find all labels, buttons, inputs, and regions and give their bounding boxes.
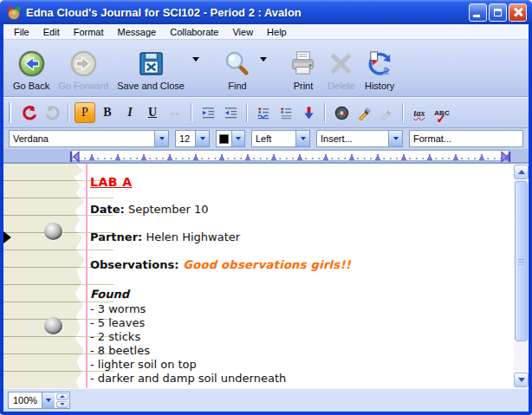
chevron-down-icon xyxy=(518,378,525,382)
zoom-increase-button[interactable] xyxy=(56,393,68,400)
scroll-down-button[interactable] xyxy=(514,373,529,387)
italic-button[interactable]: I xyxy=(120,102,140,123)
spell-as-you-type-button[interactable]: tax xyxy=(409,102,430,123)
close-button[interactable] xyxy=(509,3,527,22)
zoom-decrease-button[interactable] xyxy=(56,401,68,408)
menu-edit[interactable]: Edit xyxy=(36,26,67,38)
ruler xyxy=(71,150,509,161)
spell-check-icon: ABC ✓ xyxy=(434,109,449,117)
right-margin-marker[interactable] xyxy=(500,151,511,163)
color-wheel-icon xyxy=(334,106,349,120)
menu-help[interactable]: Help xyxy=(260,26,294,38)
save-dropdown-arrow-icon[interactable] xyxy=(192,57,199,62)
minimize-button[interactable] xyxy=(469,3,487,22)
find-button[interactable]: Find xyxy=(218,42,256,93)
font-size-select[interactable]: 12 xyxy=(175,130,210,147)
list-item: - lighter soil on top xyxy=(90,358,503,372)
delete-button[interactable]: Delete xyxy=(322,42,360,93)
eyedropper-disabled-button[interactable] xyxy=(376,102,397,123)
vertical-scrollbar[interactable] xyxy=(514,164,529,388)
save-and-close-button[interactable]: Save and Close xyxy=(113,42,189,93)
special-characters-button[interactable]: «» xyxy=(165,102,185,123)
separator xyxy=(191,103,192,122)
chevron-down-icon xyxy=(60,403,65,405)
chevron-down-icon[interactable] xyxy=(231,131,244,146)
menu-collaborate[interactable]: Collaborate xyxy=(163,26,225,38)
menu-bar: File Edit Format Message Collaborate Vie… xyxy=(3,24,529,40)
chevron-down-icon[interactable] xyxy=(295,131,309,146)
maximize-button[interactable] xyxy=(489,3,507,22)
zoom-dropdown-button[interactable] xyxy=(42,392,55,408)
delete-x-icon xyxy=(327,49,356,79)
decrease-indent-button[interactable] xyxy=(220,102,241,123)
title-bar[interactable]: Edna Cloud's Journal for SCI102 - Period… xyxy=(0,0,532,24)
scrollbar-thumb[interactable] xyxy=(515,181,528,341)
underline-button[interactable]: U xyxy=(142,102,163,123)
spell-check-button[interactable]: ABC ✓ xyxy=(431,102,452,123)
menu-format[interactable]: Format xyxy=(67,26,111,38)
go-forward-arrow-icon xyxy=(68,49,98,79)
menu-file[interactable]: File xyxy=(7,26,36,38)
observations-value: Good observations girls!! xyxy=(178,258,350,271)
paper-hole xyxy=(44,317,62,334)
list-item: - darker and damp soil underneath xyxy=(90,372,503,386)
list-style-b-button[interactable] xyxy=(276,102,296,123)
undo-icon xyxy=(22,105,38,121)
highlighter-button[interactable] xyxy=(354,102,374,123)
found-list: - 3 worms - 5 leaves - 2 sticks - 8 beet… xyxy=(90,302,503,386)
date-line: Date: September 10 xyxy=(90,202,503,217)
increase-indent-icon xyxy=(201,106,216,120)
color-swatch xyxy=(219,134,229,144)
partner-value: Helen Highwater xyxy=(142,230,240,243)
undo-button[interactable] xyxy=(19,102,40,123)
separator xyxy=(68,103,69,122)
chevron-down-icon[interactable] xyxy=(154,131,168,146)
format-select[interactable]: Format... xyxy=(409,130,523,147)
paper-margin-line xyxy=(86,164,88,388)
zoom-control[interactable]: 100% xyxy=(8,392,70,409)
paper-torn-edge xyxy=(3,164,88,388)
alignment-select[interactable]: Left xyxy=(251,130,310,147)
chevron-down-icon[interactable] xyxy=(195,131,209,146)
separator xyxy=(324,103,326,122)
font-bar: Verdana 12 Left Insert... Format... xyxy=(3,128,529,149)
observations-line: Observations: Good observations girls!! xyxy=(90,257,503,272)
go-back-button[interactable]: Go Back xyxy=(9,42,54,93)
font-family-select[interactable]: Verdana xyxy=(9,130,169,147)
save-floppy-icon xyxy=(136,49,165,79)
history-button[interactable]: History xyxy=(360,42,399,93)
redo-icon xyxy=(44,105,61,121)
list-item: - 5 leaves xyxy=(90,316,503,330)
go-forward-button[interactable]: Go Forward xyxy=(54,42,113,93)
print-button[interactable]: Print xyxy=(284,42,322,93)
chevron-up-icon xyxy=(518,170,525,174)
zoom-spinner xyxy=(56,393,68,408)
left-margin-marker[interactable] xyxy=(69,151,81,163)
line-pointer-icon xyxy=(3,231,11,243)
partner-label: Partner: xyxy=(90,230,142,243)
menu-message[interactable]: Message xyxy=(111,26,164,38)
bold-button[interactable]: B xyxy=(97,102,118,123)
separator xyxy=(402,103,404,122)
toolbar-drag-handle[interactable] xyxy=(9,102,11,123)
list-style-a-button[interactable] xyxy=(253,102,274,123)
chevron-down-icon[interactable] xyxy=(388,131,402,146)
font-color-select[interactable] xyxy=(216,130,245,147)
insert-down-arrow-button[interactable] xyxy=(298,102,319,123)
journal-entry: LAB A Date: September 10 Partner: Helen … xyxy=(90,169,503,386)
scroll-up-button[interactable] xyxy=(514,165,529,179)
observations-label: Observations: xyxy=(90,258,178,271)
menu-view[interactable]: View xyxy=(225,26,260,38)
date-label: Date: xyxy=(90,203,125,216)
find-dropdown-arrow-icon[interactable] xyxy=(260,57,267,62)
increase-indent-button[interactable] xyxy=(198,102,218,123)
close-icon xyxy=(514,8,522,16)
editor-canvas[interactable]: LAB A Date: September 10 Partner: Helen … xyxy=(3,163,529,388)
main-toolbar: Go Back Go Forward Save and Close xyxy=(3,40,529,97)
redo-button[interactable] xyxy=(42,102,62,123)
chevron-up-icon xyxy=(60,395,65,398)
insert-select[interactable]: Insert... xyxy=(316,130,403,147)
printer-icon xyxy=(289,49,318,79)
color-wheel-button[interactable] xyxy=(331,102,352,123)
paragraph-style-button[interactable]: P xyxy=(75,102,95,123)
